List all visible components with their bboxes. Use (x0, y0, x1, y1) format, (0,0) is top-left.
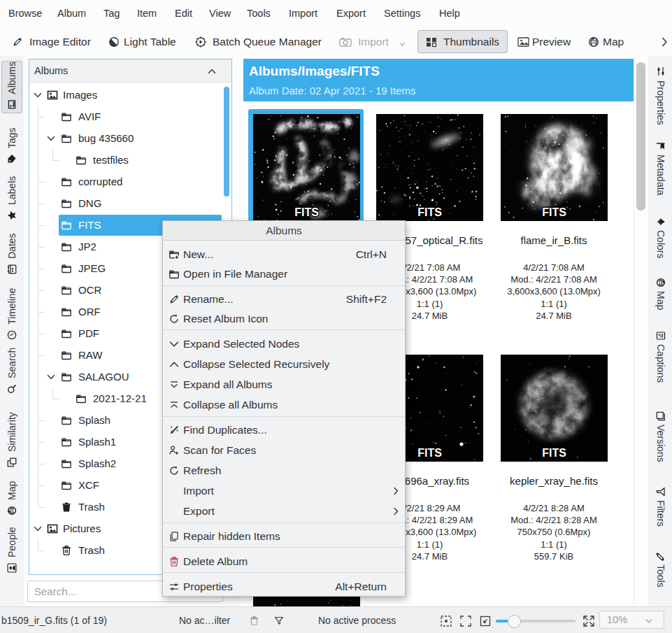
svg-text:FITS: FITS (417, 447, 442, 459)
svg-text:FITS: FITS (294, 206, 319, 218)
svg-text:FITS: FITS (542, 206, 566, 218)
svg-text:FITS: FITS (542, 447, 566, 459)
svg-text:FITS: FITS (417, 206, 442, 218)
